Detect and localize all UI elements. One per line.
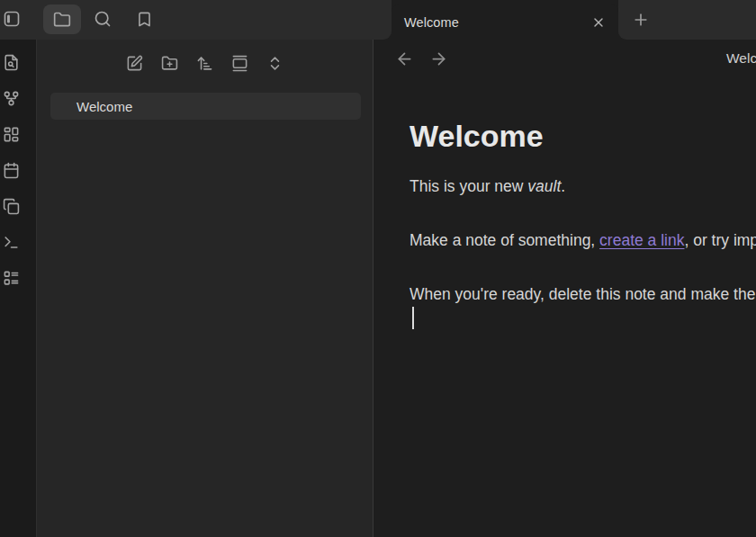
tab-bar-right-region xyxy=(618,0,756,40)
left-sidebar-toggle-button[interactable] xyxy=(2,9,22,29)
bookmarks-view-button[interactable] xyxy=(133,8,155,30)
folder-icon xyxy=(53,11,71,29)
arrow-left-icon xyxy=(395,49,414,68)
note-heading: Welcome xyxy=(410,116,756,156)
x-icon xyxy=(591,15,606,30)
view-header: Welcome xyxy=(374,40,756,77)
graph-view-button[interactable] xyxy=(3,90,20,107)
panel-left-toggle-icon xyxy=(3,10,21,28)
properties-button[interactable] xyxy=(3,270,20,287)
expand-collapse-button[interactable] xyxy=(262,50,287,76)
new-note-button[interactable] xyxy=(122,50,147,76)
empty-line[interactable] xyxy=(410,306,756,329)
file-item-welcome[interactable]: Welcome xyxy=(50,93,361,120)
navigate-back-button[interactable] xyxy=(394,49,414,68)
view-header-title: Welcome xyxy=(726,50,756,67)
note-paragraph-3: When you're ready, delete this note and … xyxy=(410,282,756,306)
files-view-button[interactable] xyxy=(43,4,81,34)
arrow-right-icon xyxy=(429,49,448,68)
italic-text: vault xyxy=(527,177,561,195)
search-icon xyxy=(94,10,112,28)
templates-button[interactable] xyxy=(3,198,20,215)
layout-list-icon xyxy=(3,270,20,287)
tab-close-button[interactable] xyxy=(590,13,608,31)
navigate-forward-button[interactable] xyxy=(428,49,448,68)
new-note-icon xyxy=(126,55,143,72)
obsidian-window: Welcome xyxy=(0,0,756,537)
tab-title: Welcome xyxy=(404,15,590,30)
gallery-vertical-button[interactable] xyxy=(227,50,252,76)
file-item-label: Welcome xyxy=(76,99,132,114)
sort-order-icon xyxy=(196,55,213,72)
workspace: Welcome Welcome Welcome T xyxy=(0,40,756,537)
note-paragraph-1: This is your new vault. xyxy=(410,175,756,198)
calendar-icon xyxy=(3,162,20,179)
tab-bar-left-region xyxy=(0,0,392,40)
gallery-vertical-icon xyxy=(231,55,248,72)
new-folder-button[interactable] xyxy=(157,50,182,76)
file-search-icon xyxy=(3,54,20,71)
graph-icon xyxy=(3,90,20,107)
text-caret xyxy=(412,307,414,329)
sort-order-button[interactable] xyxy=(192,50,217,76)
command-palette-button[interactable] xyxy=(3,234,20,251)
copy-files-icon xyxy=(3,198,20,215)
quick-switcher-button[interactable] xyxy=(3,54,20,71)
search-view-button[interactable] xyxy=(92,8,113,30)
create-a-link-link[interactable]: create a link xyxy=(599,231,684,249)
new-folder-icon xyxy=(161,55,178,72)
new-tab-button[interactable] xyxy=(630,9,652,31)
note-paragraph-2: Make a note of something, create a link,… xyxy=(410,228,756,252)
daily-note-button[interactable] xyxy=(3,162,20,179)
file-explorer-toolbar xyxy=(37,40,373,76)
layout-grid-icon xyxy=(3,126,20,143)
left-ribbon xyxy=(0,40,37,537)
file-explorer-sidebar: Welcome xyxy=(37,40,374,537)
canvas-button[interactable] xyxy=(3,126,20,143)
bookmark-icon xyxy=(136,11,153,28)
editor-pane: Welcome Welcome This is your new vault. … xyxy=(374,40,756,537)
chevrons-up-down-icon xyxy=(266,55,284,72)
terminal-icon xyxy=(3,234,20,251)
plus-icon xyxy=(632,11,650,29)
note-editor[interactable]: Welcome This is your new vault. Make a n… xyxy=(374,77,756,329)
tab-welcome[interactable]: Welcome xyxy=(392,4,618,40)
title-bar: Welcome xyxy=(0,0,756,40)
